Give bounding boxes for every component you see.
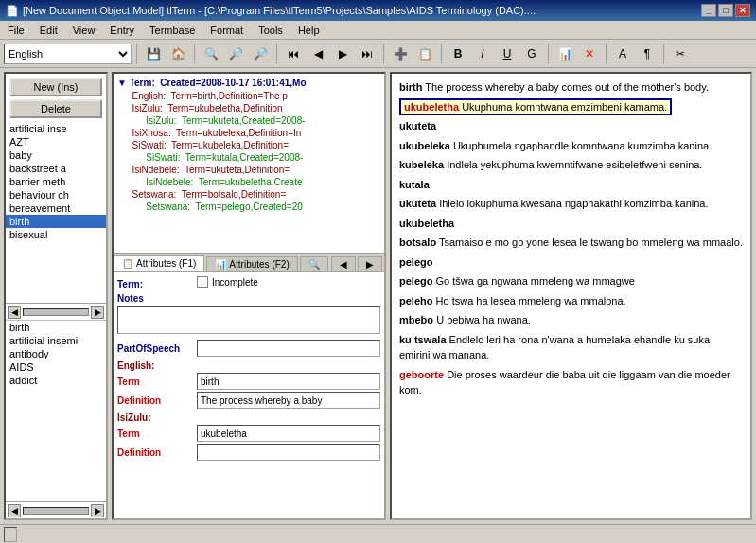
notes-textarea[interactable] xyxy=(117,306,380,334)
search-button[interactable]: 🔍 xyxy=(200,43,222,65)
tree-isindebele2[interactable]: IsiNdebele: Term=ukubeletha,Create xyxy=(115,176,382,188)
word-item-bottom[interactable]: artificial insemi xyxy=(6,334,106,347)
entry-pelego2: pelego Go tšwa ga ngwana mmeleng wa mmag… xyxy=(399,273,743,289)
tree-isizulu2[interactable]: IsiZulu: Term=ukuteta,Created=2008- xyxy=(115,114,382,127)
word-item[interactable]: artificial inse xyxy=(6,122,106,135)
word-item[interactable]: behaviour ch xyxy=(6,188,106,201)
special2-button[interactable]: ¶ xyxy=(636,43,659,65)
next-button[interactable]: ▶ xyxy=(331,43,354,65)
entry-ukubeleka: ukubeleka Ukuphumela ngaphandle komntwan… xyxy=(399,138,743,154)
tab-bar: 📋 Attributes (F1) 📊 Attributes (F2) 🔍 ◀ … xyxy=(114,254,384,272)
close-button[interactable]: ✕ xyxy=(735,4,750,17)
prev-first-button[interactable]: ⏮ xyxy=(282,43,305,65)
menu-view[interactable]: View xyxy=(69,24,99,37)
separator-3 xyxy=(276,44,277,64)
word-item[interactable]: baby xyxy=(6,149,106,162)
zu-term-input[interactable] xyxy=(197,425,380,442)
special1-button[interactable]: A xyxy=(611,43,634,65)
english-section: English: xyxy=(117,360,380,371)
menu-format[interactable]: Format xyxy=(206,24,247,37)
term-geboorte: geboorte xyxy=(399,369,444,380)
menu-tools[interactable]: Tools xyxy=(255,24,287,37)
home-button[interactable]: 🏠 xyxy=(167,43,189,65)
menu-file[interactable]: File xyxy=(4,24,28,37)
term-ukuteta2: ukuteta xyxy=(399,198,436,209)
word-item[interactable]: bereavement xyxy=(6,201,106,215)
maximize-button[interactable]: □ xyxy=(718,4,733,17)
incomplete-checkbox[interactable] xyxy=(197,276,208,288)
nav-left-btn2[interactable]: ◀ xyxy=(8,504,21,517)
def-birth: The process whereby a baby comes out of … xyxy=(425,81,709,93)
term-kutala: kutala xyxy=(399,179,430,190)
zu-def-label: Definition xyxy=(117,447,193,458)
tree-isizulu1[interactable]: IsiZulu: Term=ukubeletha,Definition xyxy=(115,102,382,114)
incomplete-label: Incomplete xyxy=(212,277,258,288)
word-item-bottom[interactable]: birth xyxy=(6,321,106,334)
tab-nav-prev[interactable]: ◀ xyxy=(331,256,356,272)
nav-right-btn[interactable]: ▶ xyxy=(91,306,104,319)
search3-button[interactable]: 🔎 xyxy=(249,43,272,65)
word-item[interactable]: backstreet a xyxy=(6,162,106,175)
menu-entry[interactable]: Entry xyxy=(106,24,138,37)
formatting-button[interactable]: G xyxy=(520,43,543,65)
word-item-birth[interactable]: birth xyxy=(6,215,106,228)
underline-button[interactable]: U xyxy=(496,43,519,65)
word-item[interactable]: AZT xyxy=(6,135,106,149)
tree-siswati2[interactable]: SiSwati: Term=kutala,Created=2008- xyxy=(115,151,382,164)
tree-isixhosa[interactable]: IsiXhosa: Term=ukubeleka,Definition=In xyxy=(115,127,382,139)
tree-setswana2[interactable]: Setswana: Term=pelego,Created=20 xyxy=(115,201,382,213)
left-nav-bottom: ◀ ▶ xyxy=(6,501,106,518)
def-ukuteta2: Ihlelo lokuphuma kwesana ngaphakathi kom… xyxy=(439,198,708,209)
word-list-top: artificial inse AZT baby backstreet a ba… xyxy=(6,122,106,303)
separator-5 xyxy=(441,44,442,64)
menu-help[interactable]: Help xyxy=(294,24,324,37)
search2-button[interactable]: 🔎 xyxy=(224,43,247,65)
tab-attr2[interactable]: 📊 Attributes (F2) xyxy=(206,256,297,272)
toolbar: English IsiZulu IsiXhosa SiSwati IsiNdeb… xyxy=(0,40,756,68)
nav-scroll-top[interactable] xyxy=(23,308,89,316)
next-last-button[interactable]: ⏭ xyxy=(356,43,378,65)
save-button[interactable]: 💾 xyxy=(142,43,165,65)
tab-extra[interactable]: 🔍 xyxy=(300,256,328,272)
delete-button-left[interactable]: Delete xyxy=(9,99,102,118)
menu-termbase[interactable]: Termbase xyxy=(146,24,199,37)
tree-siswati1[interactable]: SiSwati: Term=ukubeleka,Definition= xyxy=(115,139,382,151)
word-item-bottom[interactable]: AIDS xyxy=(6,360,106,374)
minimize-button[interactable]: _ xyxy=(701,4,716,17)
word-item[interactable]: barrier meth xyxy=(6,175,106,188)
term-ukubeleka: ukubeleka xyxy=(399,140,450,151)
tree-root[interactable]: ▼ Term: Created=2008-10-17 16:01:41,Mo xyxy=(115,76,382,90)
tab-attr1[interactable]: 📋 Attributes (F1) xyxy=(114,255,204,272)
tree-english[interactable]: English: Term=birth,Definition=The p xyxy=(115,90,382,102)
word-item-bottom[interactable]: addict xyxy=(6,374,106,387)
pos-input[interactable] xyxy=(197,340,380,357)
word-list-bottom: birth artificial insemi antibody AIDS ad… xyxy=(6,320,106,501)
word-item[interactable]: bisexual xyxy=(6,228,106,241)
zu-def-input[interactable] xyxy=(197,444,380,461)
settings-button[interactable]: ✂ xyxy=(669,43,692,65)
nav-scroll-bottom[interactable] xyxy=(23,507,89,515)
nav-left-btn[interactable]: ◀ xyxy=(8,306,21,319)
new-button[interactable]: New (Ins) xyxy=(9,78,102,96)
delete-button[interactable]: ✕ xyxy=(578,43,601,65)
prev-button[interactable]: ◀ xyxy=(307,43,329,65)
tree-setswana1[interactable]: Setswana: Term=botsalo,Definition= xyxy=(115,188,382,201)
tree-isindebele1[interactable]: IsiNdebele: Term=ukuteta,Definition= xyxy=(115,164,382,176)
attr1-icon: 📋 xyxy=(122,258,133,269)
def-input[interactable] xyxy=(197,392,380,409)
entry-mbebo: mbebo U bebiwa ha nwana. xyxy=(399,312,743,328)
copy-button[interactable]: 📋 xyxy=(413,43,436,65)
word-item-bottom[interactable]: antibody xyxy=(6,347,106,360)
tree-area: ▼ Term: Created=2008-10-17 16:01:41,Mo E… xyxy=(114,74,384,254)
eng-term-input[interactable] xyxy=(197,373,380,390)
add-button[interactable]: ➕ xyxy=(389,43,412,65)
def-label: Definition xyxy=(117,395,193,406)
language-selector[interactable]: English IsiZulu IsiXhosa SiSwati IsiNdeb… xyxy=(4,44,132,64)
chart-button[interactable]: 📊 xyxy=(554,43,576,65)
tab-nav-next[interactable]: ▶ xyxy=(358,256,382,272)
nav-right-btn2[interactable]: ▶ xyxy=(91,504,104,517)
menu-edit[interactable]: Edit xyxy=(36,24,62,37)
bold-button[interactable]: B xyxy=(447,43,469,65)
left-panel: New (Ins) Delete artificial inse AZT bab… xyxy=(4,72,108,520)
italic-button[interactable]: I xyxy=(471,43,494,65)
